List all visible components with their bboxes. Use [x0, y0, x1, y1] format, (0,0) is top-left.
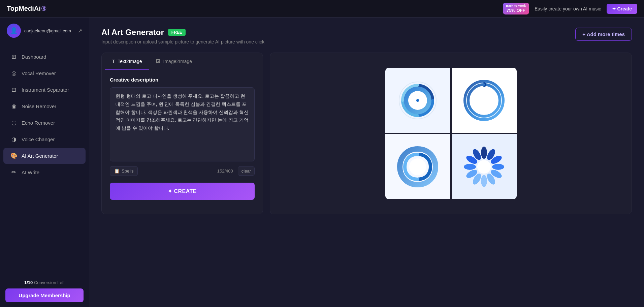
text2image-icon: T: [112, 58, 115, 64]
sidebar-item-label: Vocal Remover: [22, 70, 56, 76]
sidebar-item-label: Voice Changer: [22, 136, 55, 142]
user-section: 👤 caejaekeon@gmail.com ↗: [0, 18, 89, 44]
main-layout: 👤 caejaekeon@gmail.com ↗ ⊞ Dashboard ◎ V…: [0, 18, 644, 307]
result-image-3[interactable]: [385, 134, 450, 199]
topbar-tagline: Easily create your own AI music: [535, 6, 601, 11]
svg-point-19: [477, 160, 491, 174]
user-email: caejaekeon@gmail.com: [24, 28, 74, 33]
sidebar-item-label: AI Art Generator: [22, 153, 58, 159]
sidebar-item-vocal-remover[interactable]: ◎ Vocal Remover: [3, 65, 86, 81]
logo: TopMediAi®: [7, 5, 46, 12]
svg-point-6: [409, 158, 426, 175]
page-subtitle: Input description or upload sample pictu…: [101, 39, 264, 44]
sidebar-bottom: 1/10 Conversion Left Upgrade Membership: [0, 275, 89, 307]
vocal-remover-icon: ◎: [10, 70, 18, 77]
sidebar-item-label: AI Write: [22, 170, 39, 175]
tab-bar: T Text2Image 🖼 Image2Image: [102, 53, 263, 70]
sidebar-item-label: Dashboard: [22, 54, 46, 60]
sidebar-item-instrument-separator[interactable]: ⊟ Instrument Separator: [3, 82, 86, 98]
spells-button[interactable]: 📋 Spells: [110, 166, 138, 176]
svg-point-16: [464, 164, 476, 170]
char-count: 152/400: [217, 168, 233, 174]
clear-button[interactable]: clear: [238, 166, 255, 176]
conversion-left-label: Conversion Left: [34, 280, 65, 285]
creative-description-label: Creative description: [110, 77, 255, 83]
promo-badge[interactable]: Back-to-Work 75% OFF: [503, 3, 529, 14]
sidebar-item-voice-changer[interactable]: ◑ Voice Changer: [3, 131, 86, 147]
sidebar-item-echo-remover[interactable]: ◌ Echo Remover: [3, 115, 86, 131]
tab-image2image-label: Image2Image: [163, 59, 192, 64]
avatar: 👤: [7, 24, 21, 38]
svg-point-2: [416, 99, 419, 102]
sidebar-nav: ⊞ Dashboard ◎ Vocal Remover ⊟ Instrument…: [0, 44, 89, 275]
promo-line1: Back-to-Work: [506, 4, 526, 8]
textarea-footer: 📋 Spells 152/400 clear: [110, 166, 255, 176]
page-header: AI Art Generator FREE Input description …: [101, 28, 632, 44]
spells-icon: 📋: [114, 168, 120, 174]
spells-label: Spells: [122, 168, 133, 174]
page-title-area: AI Art Generator FREE Input description …: [101, 28, 264, 44]
upgrade-membership-button[interactable]: Upgrade Membership: [5, 288, 84, 302]
topbar-create-button[interactable]: ✦ Create: [607, 4, 637, 14]
create-generate-button[interactable]: ✦ CREATE: [110, 183, 255, 200]
noise-remover-icon: ◉: [10, 103, 18, 110]
gen-body: Creative description 📋 Spells 152/400 cl…: [102, 70, 263, 207]
image2image-icon: 🖼: [156, 58, 161, 64]
sidebar-item-ai-write[interactable]: ✏ AI Write: [3, 164, 86, 180]
result-image-2[interactable]: [452, 68, 517, 133]
page-title-row: AI Art Generator FREE: [101, 28, 264, 37]
sidebar-item-noise-remover[interactable]: ◉ Noise Remover: [3, 98, 86, 114]
topbar: TopMediAi® Back-to-Work 75% OFF Easily c…: [0, 0, 644, 18]
promo-line2: 75% OFF: [507, 8, 525, 13]
result-image-1[interactable]: [385, 68, 450, 133]
main-content: AI Art Generator FREE Input description …: [89, 18, 644, 307]
logo-text: TopMediAi: [7, 5, 41, 12]
svg-point-13: [481, 175, 487, 187]
tab-text2image[interactable]: T Text2Image: [105, 53, 149, 70]
conversion-left: 1/10 Conversion Left: [5, 280, 84, 285]
ai-write-icon: ✏: [10, 169, 18, 176]
svg-point-7: [481, 147, 487, 159]
sidebar: 👤 caejaekeon@gmail.com ↗ ⊞ Dashboard ◎ V…: [0, 18, 89, 307]
generator-layout: T Text2Image 🖼 Image2Image Creative desc…: [101, 53, 632, 214]
svg-point-5: [474, 90, 494, 111]
page-title: AI Art Generator: [101, 28, 164, 37]
sidebar-item-ai-art-generator[interactable]: 🎨 AI Art Generator: [3, 148, 86, 164]
logo-reg: ®: [41, 5, 46, 12]
free-badge: FREE: [168, 29, 186, 36]
images-grid: [385, 68, 517, 199]
tab-text2image-label: Text2Image: [118, 59, 142, 64]
svg-point-10: [492, 164, 504, 170]
instrument-separator-icon: ⊟: [10, 86, 18, 93]
voice-changer-icon: ◑: [10, 136, 18, 143]
echo-remover-icon: ◌: [10, 119, 18, 126]
sidebar-item-label: Instrument Separator: [22, 87, 69, 93]
sidebar-item-dashboard[interactable]: ⊞ Dashboard: [3, 49, 86, 65]
dashboard-icon: ⊞: [10, 53, 18, 60]
conversion-count: 1/10: [24, 280, 33, 285]
ai-art-generator-icon: 🎨: [10, 152, 18, 159]
result-image-4[interactable]: [452, 134, 517, 199]
sidebar-item-label: Noise Remover: [22, 103, 56, 109]
result-panel: [270, 53, 632, 214]
add-times-button[interactable]: + Add more times: [575, 28, 632, 41]
sidebar-item-label: Echo Remover: [22, 120, 55, 126]
logout-icon[interactable]: ↗: [78, 28, 82, 34]
tab-image2image[interactable]: 🖼 Image2Image: [149, 53, 199, 70]
gen-panel: T Text2Image 🖼 Image2Image Creative desc…: [101, 53, 263, 214]
description-textarea[interactable]: [110, 87, 255, 161]
